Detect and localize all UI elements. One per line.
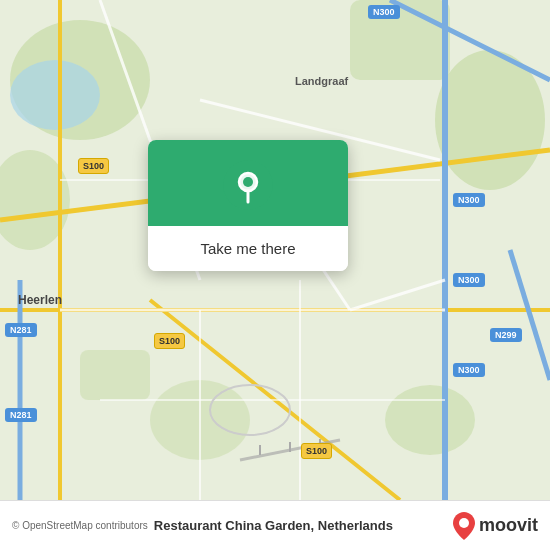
city-label-heerlen: Heerlen [18, 293, 62, 307]
road-n299: N299 [490, 328, 522, 342]
svg-point-8 [10, 60, 100, 130]
road-n281-bot: N281 [5, 408, 37, 422]
road-n300-right2: N300 [453, 273, 485, 287]
copyright-text: © OpenStreetMap contributors [12, 520, 148, 531]
popup-card: Take me there [148, 140, 348, 271]
road-n300-top: N300 [368, 5, 400, 19]
bottom-bar: © OpenStreetMap contributors Restaurant … [0, 500, 550, 550]
city-label-landgraaf: Landgraaf [295, 75, 348, 87]
place-name: Restaurant China Garden, Netherlands [154, 518, 393, 533]
road-s100-mid: S100 [154, 333, 185, 349]
road-n300-right1: N300 [453, 193, 485, 207]
svg-rect-3 [350, 0, 450, 80]
svg-rect-7 [80, 350, 150, 400]
road-s100-top: S100 [78, 158, 109, 174]
button-label: Take me there [200, 240, 295, 257]
svg-point-6 [385, 385, 475, 455]
popup-green-header [148, 140, 348, 226]
bottom-bar-left: © OpenStreetMap contributors Restaurant … [12, 518, 393, 533]
pin-icon [223, 160, 273, 210]
moovit-pin-icon [453, 512, 475, 540]
svg-point-35 [459, 518, 469, 528]
take-me-there-button[interactable]: Take me there [148, 226, 348, 271]
road-n300-right3: N300 [453, 363, 485, 377]
moovit-text: moovit [479, 515, 538, 536]
road-n281-top: N281 [5, 323, 37, 337]
map-container: Landgraaf Heerlen N300 N300 N300 N300 N2… [0, 0, 550, 500]
road-s100-bot: S100 [301, 443, 332, 459]
moovit-logo-container[interactable]: moovit [453, 512, 538, 540]
svg-point-33 [243, 177, 253, 187]
